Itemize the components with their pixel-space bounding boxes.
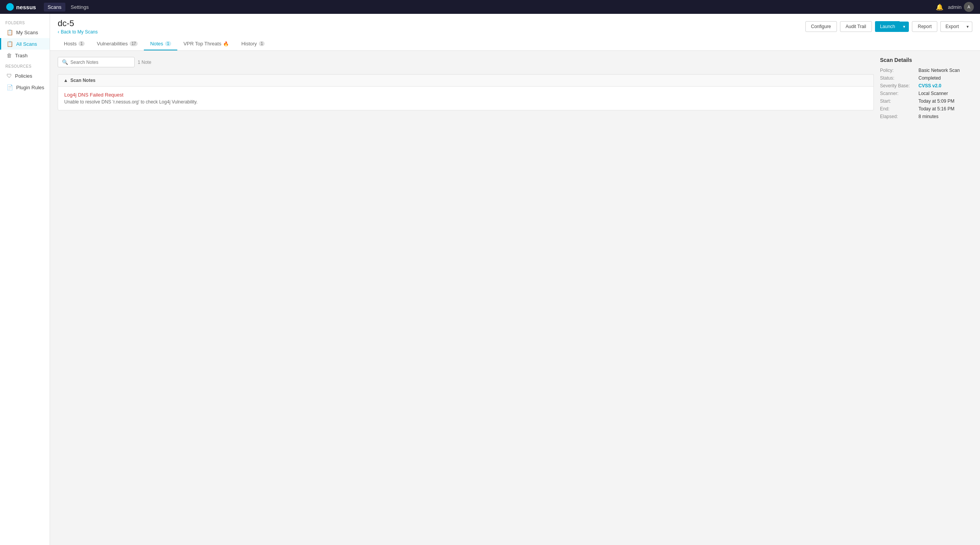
- detail-value: Today at 5:16 PM: [918, 106, 954, 112]
- note-count: 1 Note: [138, 60, 151, 65]
- tab-history-badge: 1: [259, 41, 265, 46]
- tab-notes-badge: 1: [165, 41, 171, 46]
- tab-hosts[interactable]: Hosts 1: [58, 38, 91, 50]
- scan-notes-body: Log4j DNS Failed Request Unable to resol…: [58, 86, 874, 110]
- search-notes-input[interactable]: [70, 60, 130, 65]
- detail-row: Status:Completed: [880, 75, 972, 81]
- report-button[interactable]: Report: [912, 21, 937, 32]
- topnav-links: Scans Settings: [44, 3, 928, 12]
- tabs: Hosts 1 Vulnerabilities 17 Notes 1 VPR T…: [58, 38, 972, 50]
- sidebar-plugin-rules-label: Plugin Rules: [16, 85, 44, 90]
- detail-row: Elapsed:8 minutes: [880, 114, 972, 119]
- launch-split-button: Launch ▾: [875, 21, 909, 32]
- detail-row: Severity Base:CVSS v2.0: [880, 83, 972, 88]
- tab-notes-label: Notes: [150, 41, 163, 47]
- notes-panel: 🔍 1 Note ▲ Scan Notes Log4j DNS Failed R…: [58, 57, 874, 539]
- scan-notes-header: ▲ Scan Notes: [58, 74, 874, 86]
- sidebar-item-trash[interactable]: 🗑 Trash: [0, 50, 50, 61]
- tab-history-label: History: [241, 41, 257, 47]
- scan-details-title: Scan Details: [880, 57, 972, 63]
- vpr-flame-icon: 🔥: [223, 41, 229, 47]
- note-title[interactable]: Log4j DNS Failed Request: [64, 92, 867, 98]
- brand: nessus: [6, 3, 36, 11]
- detail-row: Policy:Basic Network Scan: [880, 68, 972, 73]
- back-arrow-icon: ‹: [58, 29, 59, 35]
- sidebar-item-my-scans[interactable]: 📋 My Scans: [0, 27, 50, 38]
- tab-vulnerabilities-label: Vulnerabilities: [97, 41, 128, 47]
- content-area: 🔍 1 Note ▲ Scan Notes Log4j DNS Failed R…: [50, 51, 980, 545]
- page-header: dc-5 ‹ Back to My Scans Configure Audit …: [50, 14, 980, 51]
- all-scans-icon: 📋: [7, 41, 13, 47]
- tab-hosts-badge: 1: [78, 41, 85, 46]
- folders-section-label: FOLDERS: [0, 18, 50, 27]
- detail-label: Status:: [880, 75, 918, 81]
- page-title: dc-5: [58, 18, 98, 28]
- export-split-button: Export ▾: [940, 21, 972, 32]
- scan-details-rows: Policy:Basic Network ScanStatus:Complete…: [880, 68, 972, 119]
- sidebar-policies-label: Policies: [15, 73, 32, 79]
- detail-value: CVSS v2.0: [918, 83, 941, 88]
- sidebar-item-all-scans[interactable]: 📋 All Scans: [0, 38, 50, 50]
- detail-value: Today at 5:09 PM: [918, 98, 954, 104]
- detail-label: Severity Base:: [880, 83, 918, 88]
- tab-vulnerabilities-badge: 17: [130, 41, 138, 46]
- back-link-label: Back to My Scans: [61, 29, 98, 35]
- scan-details-panel: Scan Details Policy:Basic Network ScanSt…: [880, 57, 972, 539]
- sidebar-item-plugin-rules[interactable]: 📄 Plugin Rules: [0, 82, 50, 93]
- detail-label: Start:: [880, 98, 918, 104]
- tab-notes[interactable]: Notes 1: [144, 38, 177, 50]
- search-icon: 🔍: [62, 59, 68, 65]
- avatar: A: [964, 2, 974, 12]
- topnav: nessus Scans Settings 🔔 admin A: [0, 0, 980, 14]
- detail-value: Basic Network Scan: [918, 68, 960, 73]
- page-header-actions: Configure Audit Trail Launch ▾ Report Ex…: [805, 21, 972, 32]
- page-header-top: dc-5 ‹ Back to My Scans Configure Audit …: [58, 18, 972, 35]
- tab-vpr-top-threats[interactable]: VPR Top Threats 🔥: [177, 38, 235, 50]
- policies-icon: 🛡: [7, 73, 12, 79]
- layout: FOLDERS 📋 My Scans 📋 All Scans 🗑 Trash R…: [0, 14, 980, 545]
- back-link[interactable]: ‹ Back to My Scans: [58, 29, 98, 35]
- detail-label: Elapsed:: [880, 114, 918, 119]
- user-menu[interactable]: admin A: [948, 2, 974, 12]
- brand-name: nessus: [16, 4, 36, 10]
- audit-trail-button[interactable]: Audit Trail: [840, 21, 872, 32]
- launch-dropdown-button[interactable]: ▾: [900, 22, 909, 32]
- trash-icon: 🗑: [7, 52, 12, 58]
- sidebar-all-scans-label: All Scans: [16, 41, 37, 47]
- detail-label: Scanner:: [880, 91, 918, 96]
- sidebar-item-policies[interactable]: 🛡 Policies: [0, 70, 50, 82]
- configure-button[interactable]: Configure: [805, 21, 837, 32]
- detail-value: 8 minutes: [918, 114, 938, 119]
- detail-label: End:: [880, 106, 918, 112]
- nav-settings[interactable]: Settings: [67, 3, 93, 12]
- tab-vulnerabilities[interactable]: Vulnerabilities 17: [91, 38, 144, 50]
- resources-section-label: RESOURCES: [0, 61, 50, 70]
- note-item: Log4j DNS Failed Request Unable to resol…: [58, 87, 873, 110]
- detail-value: Completed: [918, 75, 941, 81]
- my-scans-icon: 📋: [7, 29, 13, 35]
- note-body: Unable to resolve DNS 'r.nessus.org' to …: [64, 99, 867, 105]
- main-content: dc-5 ‹ Back to My Scans Configure Audit …: [50, 14, 980, 545]
- tab-vpr-label: VPR Top Threats: [183, 41, 222, 47]
- notifications-bell-icon[interactable]: 🔔: [936, 3, 943, 11]
- scan-notes-icon: ▲: [63, 78, 68, 83]
- detail-row: End:Today at 5:16 PM: [880, 106, 972, 112]
- username-label: admin: [948, 4, 962, 10]
- export-dropdown-button[interactable]: ▾: [963, 22, 972, 32]
- tab-history[interactable]: History 1: [235, 38, 271, 50]
- page-title-area: dc-5 ‹ Back to My Scans: [58, 18, 98, 35]
- detail-row: Scanner:Local Scanner: [880, 91, 972, 96]
- sidebar-my-scans-label: My Scans: [16, 30, 38, 35]
- search-bar: 🔍: [58, 57, 135, 67]
- launch-main-button[interactable]: Launch: [875, 21, 900, 32]
- export-main-button[interactable]: Export: [940, 21, 963, 32]
- brand-icon: [6, 3, 14, 11]
- sidebar: FOLDERS 📋 My Scans 📋 All Scans 🗑 Trash R…: [0, 14, 50, 545]
- topnav-right: 🔔 admin A: [936, 2, 974, 12]
- notes-toolbar: 🔍 1 Note: [58, 57, 874, 70]
- nav-scans[interactable]: Scans: [44, 3, 65, 12]
- tab-hosts-label: Hosts: [64, 41, 77, 47]
- sidebar-trash-label: Trash: [15, 53, 28, 58]
- scan-notes-title: Scan Notes: [70, 78, 95, 83]
- plugin-rules-icon: 📄: [7, 84, 13, 90]
